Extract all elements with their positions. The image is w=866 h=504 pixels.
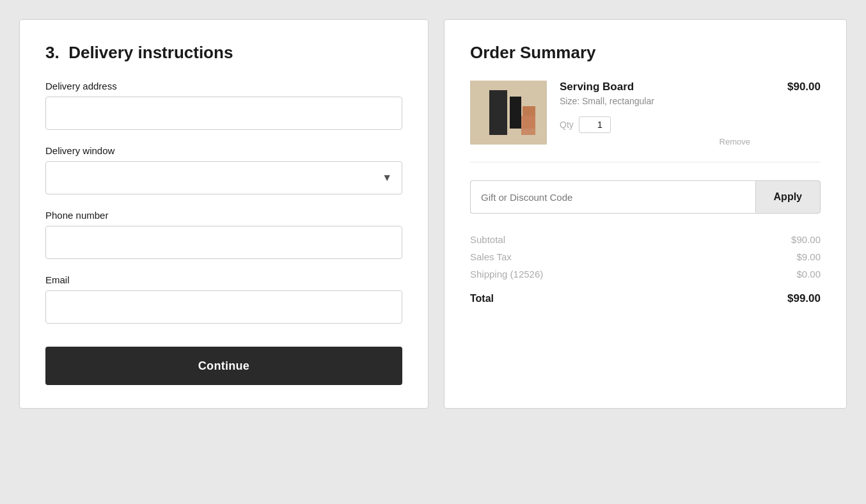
product-variant: Size: Small, rectangular <box>560 96 750 106</box>
order-summary-title: Order Summary <box>470 43 821 63</box>
remove-link[interactable]: Remove <box>560 137 750 146</box>
total-label: Total <box>470 293 494 304</box>
delivery-address-group: Delivery address <box>45 81 402 130</box>
subtotal-row: Subtotal $90.00 <box>470 234 821 245</box>
continue-button[interactable]: Continue <box>45 347 402 385</box>
total-value: $99.00 <box>787 292 821 305</box>
tax-row: Sales Tax $9.00 <box>470 251 821 262</box>
delivery-address-label: Delivery address <box>45 81 402 91</box>
qty-value: 1 <box>579 116 611 133</box>
tax-label: Sales Tax <box>470 251 512 262</box>
delivery-window-select-wrapper: ▼ <box>45 161 402 194</box>
delivery-window-label: Delivery window <box>45 145 402 156</box>
phone-input[interactable] <box>45 226 402 259</box>
shipping-label: Shipping (12526) <box>470 269 543 280</box>
tax-value: $9.00 <box>796 251 821 262</box>
delivery-instructions-panel: 3. Delivery instructions Delivery addres… <box>19 19 429 409</box>
order-summary-panel: Order Summary Serving Board Si <box>444 19 847 409</box>
email-label: Email <box>45 274 402 285</box>
email-group: Email <box>45 274 402 324</box>
phone-label: Phone number <box>45 210 402 221</box>
email-input[interactable] <box>45 290 402 324</box>
delivery-address-input[interactable] <box>45 97 402 130</box>
product-price: $90.00 <box>787 81 821 93</box>
section-title: 3. Delivery instructions <box>45 43 402 63</box>
totals-section: Subtotal $90.00 Sales Tax $9.00 Shipping… <box>470 232 821 305</box>
shipping-row: Shipping (12526) $0.00 <box>470 269 821 280</box>
product-image <box>470 81 547 145</box>
svg-marker-5 <box>489 90 507 135</box>
product-info: Serving Board Size: Small, rectangular Q… <box>560 81 750 146</box>
delivery-window-group: Delivery window ▼ <box>45 145 402 194</box>
qty-label: Qty <box>560 120 574 130</box>
total-row: Total $99.00 <box>470 290 821 305</box>
discount-row: Apply <box>470 180 821 214</box>
phone-group: Phone number <box>45 210 402 259</box>
svg-rect-7 <box>521 116 535 135</box>
product-row: Serving Board Size: Small, rectangular Q… <box>470 81 821 162</box>
product-name: Serving Board <box>560 81 750 93</box>
svg-marker-6 <box>510 97 521 129</box>
apply-button[interactable]: Apply <box>755 180 821 214</box>
shipping-value: $0.00 <box>796 269 821 280</box>
discount-code-input[interactable] <box>470 180 755 214</box>
delivery-window-select[interactable] <box>45 161 402 194</box>
subtotal-label: Subtotal <box>470 234 505 245</box>
product-qty-row: Qty 1 <box>560 116 750 133</box>
product-price-col: $90.00 <box>763 81 821 93</box>
subtotal-value: $90.00 <box>791 234 821 245</box>
